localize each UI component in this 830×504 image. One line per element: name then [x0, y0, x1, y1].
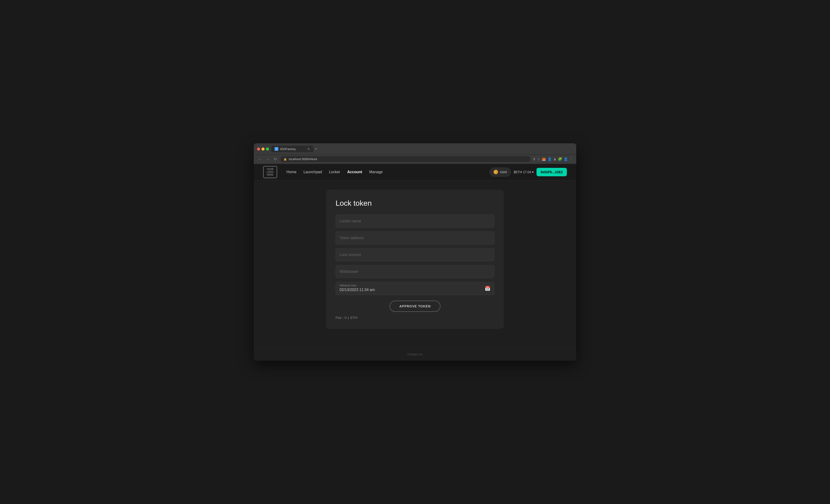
withdraw-date-group: Withdraw Date 02/13/2023 11:34 am 📅: [336, 282, 494, 295]
url-text: localhost:3000/#/lock: [289, 157, 317, 161]
tab-title: IDOFactory: [280, 147, 296, 151]
nav-links: Home Launchpad Locker Account Manage: [286, 170, 383, 174]
browser-actions: ⬆ ☆ 🦊 👤 ♟ 🧩 👤 ⋮: [533, 157, 573, 161]
security-icon: 🔒: [283, 158, 287, 161]
address-bar-row: ← → ↻ 🔒 localhost:3000/#/lock ⬆ ☆ 🦊 👤 ♟ …: [254, 155, 576, 164]
date-value: 02/13/2023 11:34 am: [340, 288, 375, 292]
close-button[interactable]: [257, 148, 260, 151]
minimize-button[interactable]: [261, 148, 264, 151]
browser-tab[interactable]: I IDOFactory ✕: [271, 146, 313, 152]
withdrawer-group: [336, 265, 494, 278]
traffic-lights: [257, 148, 269, 151]
lock-amount-input[interactable]: [336, 248, 494, 261]
calendar-icon[interactable]: 📅: [485, 286, 490, 291]
app-content: YOUR LOGO HERE Home Launchpad Locker Acc…: [254, 164, 576, 361]
nav-locker[interactable]: Locker: [329, 170, 340, 174]
tab-close-button[interactable]: ✕: [307, 147, 310, 151]
extension-icon3[interactable]: ♟: [553, 157, 556, 161]
extension-icon1[interactable]: 🦊: [542, 157, 546, 161]
nav-home[interactable]: Home: [286, 170, 296, 174]
lock-card: Lock token Withdraw Date 02/13/2023: [326, 190, 504, 329]
browser-window: I IDOFactory ✕ + ← → ↻ 🔒 localhost:3000/…: [254, 143, 576, 361]
lock-amount-group: [336, 248, 494, 261]
footer-contact-text[interactable]: Contact Us: [408, 352, 422, 356]
date-label: Withdraw Date: [340, 284, 490, 287]
network-icon: ◈: [493, 170, 498, 175]
tab-bar: I IDOFactory ✕ +: [271, 146, 573, 152]
locker-name-input[interactable]: [336, 215, 494, 228]
logo: YOUR LOGO HERE: [263, 166, 277, 178]
wallet-button[interactable]: 0x01F6…21E2: [537, 168, 567, 176]
locker-name-group: [336, 215, 494, 228]
fee-text: Fee : 0.1 ETH: [336, 316, 494, 320]
token-address-input[interactable]: [336, 231, 494, 245]
share-icon[interactable]: ⬆: [533, 157, 536, 161]
refresh-button[interactable]: ↻: [273, 156, 278, 162]
forward-button[interactable]: →: [265, 157, 270, 162]
extension-icon4[interactable]: 🧩: [558, 157, 562, 161]
address-bar[interactable]: 🔒 localhost:3000/#/lock: [280, 156, 531, 162]
more-options-icon[interactable]: ⋮: [570, 157, 573, 161]
footer: Contact Us: [254, 348, 576, 361]
network-badge[interactable]: ◈ Görli: [489, 168, 511, 177]
nav-launchpad[interactable]: Launchpad: [304, 170, 322, 174]
network-name: Görli: [500, 170, 507, 174]
eth-balance[interactable]: $ETH 17.04 ▾: [514, 170, 534, 174]
approve-token-button[interactable]: APPROVE TOKEN: [389, 301, 441, 312]
browser-chrome: I IDOFactory ✕ +: [254, 143, 576, 155]
nav-account[interactable]: Account: [347, 170, 362, 174]
button-area: APPROVE TOKEN: [336, 301, 494, 312]
favicon-icon: I: [275, 147, 278, 151]
maximize-button[interactable]: [266, 148, 269, 151]
page-title: Lock token: [336, 199, 494, 208]
date-field-wrapper[interactable]: Withdraw Date 02/13/2023 11:34 am 📅: [336, 282, 494, 295]
profile-icon[interactable]: 👤: [564, 157, 568, 161]
bookmark-icon[interactable]: ☆: [537, 157, 540, 161]
back-button[interactable]: ←: [257, 157, 263, 162]
withdrawer-input[interactable]: [336, 265, 494, 278]
new-tab-button[interactable]: +: [315, 147, 317, 152]
navbar: YOUR LOGO HERE Home Launchpad Locker Acc…: [254, 164, 576, 180]
token-address-group: [336, 231, 494, 245]
nav-manage[interactable]: Manage: [369, 170, 383, 174]
main-content: Lock token Withdraw Date 02/13/2023: [254, 180, 576, 348]
navbar-right: ◈ Görli $ETH 17.04 ▾ 0x01F6…21E2: [489, 168, 567, 177]
extension-icon2[interactable]: 👤: [547, 157, 552, 161]
